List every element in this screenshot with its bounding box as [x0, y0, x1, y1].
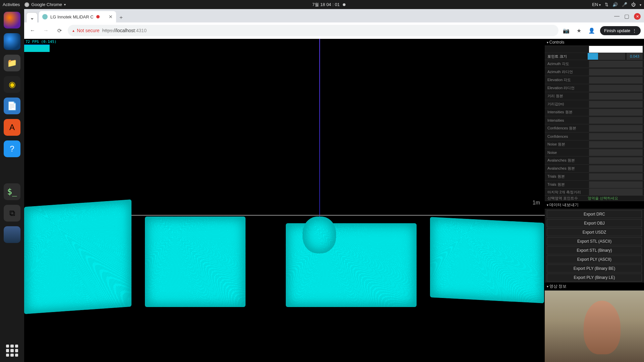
control-field[interactable] — [589, 165, 643, 172]
profile-button[interactable]: 👤 — [587, 26, 596, 35]
control-row: Azimuth 각도 — [545, 60, 644, 68]
tab-active[interactable]: LG Innotek MLiDAR C ✕ — [39, 11, 116, 22]
export-section-header[interactable]: 데이터 내보내기 — [545, 201, 644, 209]
control-label: Trials 원본 — [545, 182, 588, 187]
control-field[interactable] — [589, 101, 643, 108]
control-row: 거리 원본 — [545, 92, 644, 100]
control-row: Trials 원본 — [545, 181, 644, 189]
controls-section-header[interactable]: Controls — [545, 39, 644, 46]
bookmark-button[interactable]: ★ — [575, 26, 583, 35]
control-label: Azimuth 각도 — [545, 61, 588, 66]
finish-update-label: Finish update — [604, 28, 630, 33]
field-last-two[interactable] — [589, 189, 643, 195]
control-label: Intensities — [545, 118, 588, 122]
control-field[interactable] — [589, 61, 643, 67]
field-color[interactable] — [589, 46, 643, 53]
dock-show-apps[interactable] — [5, 343, 19, 358]
volume-icon[interactable]: 🔊 — [612, 2, 618, 7]
control-row: Avalanches 원본 — [545, 165, 644, 173]
camera-indicator-icon[interactable]: 📷 — [562, 26, 571, 35]
control-field[interactable] — [589, 69, 643, 75]
control-field[interactable] — [589, 149, 643, 156]
control-field[interactable] — [589, 181, 643, 188]
control-field[interactable] — [589, 117, 643, 124]
control-row: Elevation 라디언 — [545, 84, 644, 92]
dock-firefox[interactable] — [4, 12, 20, 28]
row-last-two-distance: 마지막 2개 측정거리 — [545, 189, 644, 196]
fps-counter: 72 FPS (0-145) — [24, 39, 58, 52]
control-field[interactable] — [589, 85, 643, 92]
export-button[interactable]: Export OBJ — [547, 219, 642, 227]
finish-update-button[interactable]: Finish update ⋮ — [600, 26, 641, 35]
input-language[interactable]: EN — [592, 2, 601, 7]
dock-files[interactable]: 📁 — [4, 55, 20, 71]
dock-image-viewer[interactable] — [4, 226, 20, 243]
window-maximize-button[interactable]: ▢ — [624, 13, 629, 20]
tab-strip: ⌄ LG Innotek MLiDAR C ✕ ＋ — ▢ ✕ — [24, 9, 644, 22]
gnome-top-bar: Activities Google Chrome 7월 18 04 : 01 E… — [0, 0, 644, 9]
row-hidden-top — [545, 46, 644, 53]
window-close-button[interactable]: ✕ — [634, 13, 641, 20]
dock-terminal[interactable]: $_ — [4, 183, 20, 200]
export-button[interactable]: Export PLY (Binary BE) — [547, 264, 642, 273]
label-selection: 선택영역 포인트수 — [545, 196, 588, 201]
lidar-viewport[interactable]: 72 FPS (0-145) 1m Controls 포인트 크기 — [24, 39, 644, 362]
activities-button[interactable]: Activities — [3, 2, 20, 7]
control-row: Noise — [545, 148, 644, 157]
toolbar: ← → ⟳ Not secure https://localhost:4310 … — [24, 22, 644, 39]
label-point-size: 포인트 크기 — [545, 54, 588, 59]
dock-software[interactable]: A — [4, 119, 20, 136]
mic-icon[interactable]: 🎤 — [622, 2, 627, 7]
export-button[interactable]: Export PLY (Binary LE) — [547, 274, 642, 282]
export-button[interactable]: Export USDZ — [547, 228, 642, 236]
camera-face-silhouette — [584, 301, 621, 354]
value-point-size[interactable]: 0.043 — [627, 53, 643, 60]
tab-close-button[interactable]: ✕ — [109, 14, 113, 19]
dock-rhythmbox[interactable]: ◉ — [4, 76, 20, 93]
control-field[interactable] — [589, 133, 643, 140]
dock-help[interactable]: ? — [4, 140, 20, 157]
control-label: Intensities 원본 — [545, 110, 588, 115]
control-field[interactable] — [589, 141, 643, 148]
dock-writer[interactable]: 📄 — [4, 98, 20, 114]
recording-indicator-icon — [96, 15, 100, 18]
control-label: 거리 원본 — [545, 94, 588, 99]
export-button[interactable]: Export STL (Binary) — [547, 246, 642, 254]
chrome-window: ⌄ LG Innotek MLiDAR C ✕ ＋ — ▢ ✕ ← → ⟳ No… — [24, 9, 644, 362]
control-label: Confidences — [545, 134, 588, 138]
control-field[interactable] — [589, 173, 643, 180]
dock-thunderbird[interactable] — [4, 33, 20, 50]
camera-preview — [545, 291, 644, 362]
window-minimize-button[interactable]: — — [614, 13, 620, 20]
not-secure-badge[interactable]: Not secure — [72, 28, 100, 33]
control-label: Avalanches 원본 — [545, 158, 588, 163]
export-button[interactable]: Export STL (ASCII) — [547, 237, 642, 245]
address-bar[interactable]: Not secure https://localhost:4310 — [68, 25, 558, 36]
back-button[interactable]: ← — [28, 25, 38, 36]
control-label: Avalanches 원본 — [545, 166, 588, 171]
current-app-menu[interactable]: Google Chrome — [24, 2, 66, 7]
export-button[interactable]: Export PLY (ASCII) — [547, 255, 642, 263]
clock[interactable]: 7월 18 04 : 01 — [312, 2, 340, 7]
power-icon[interactable]: ⏻ — [631, 2, 636, 7]
label-last-two: 마지막 2개 측정거리 — [545, 190, 588, 195]
control-field[interactable] — [589, 77, 643, 83]
control-row: 거리값(m) — [545, 100, 644, 108]
control-row: Noise 원본 — [545, 140, 644, 148]
tab-search-button[interactable]: ⌄ — [26, 12, 38, 22]
scale-label: 1m — [533, 200, 540, 206]
system-menu[interactable] — [640, 2, 641, 7]
new-tab-button[interactable]: ＋ — [116, 12, 126, 22]
dock-screenshot[interactable]: ⧉ — [4, 205, 20, 222]
control-field[interactable] — [589, 157, 643, 164]
reload-button[interactable]: ⟳ — [54, 25, 64, 36]
video-section-header[interactable]: 영상 정보 — [545, 283, 644, 291]
network-icon[interactable]: ⇅ — [605, 2, 608, 7]
control-field[interactable] — [589, 93, 643, 100]
export-button[interactable]: Export DRC — [547, 210, 642, 218]
control-field[interactable] — [589, 125, 643, 132]
slider-point-size[interactable] — [588, 53, 625, 60]
control-row: Intensities — [545, 116, 644, 124]
control-field[interactable] — [589, 109, 643, 116]
control-row: Elevation 각도 — [545, 76, 644, 84]
